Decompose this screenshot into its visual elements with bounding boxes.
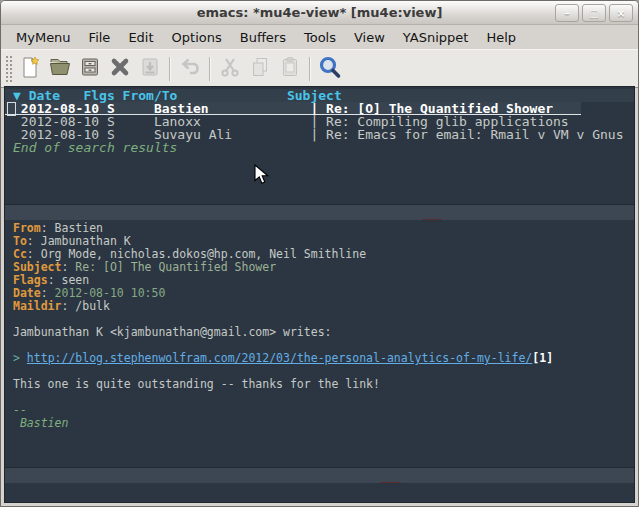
field-value: 2012-08-10 10:50 — [55, 286, 166, 300]
toolbar-drag-handle[interactable] — [4, 54, 12, 84]
close-button[interactable]: × — [609, 4, 633, 22]
field-label: From — [13, 221, 41, 235]
undo-button[interactable] — [175, 54, 205, 84]
hollow-cursor — [7, 102, 16, 116]
field-separator: : — [41, 221, 55, 235]
field-value: /bulk — [75, 299, 110, 313]
body-quote-line: > http://blog.stephenwolfram.com/2012/03… — [5, 352, 634, 365]
save-icon — [78, 55, 102, 83]
mouse-cursor — [254, 164, 270, 186]
field-label: Flags — [13, 273, 48, 287]
emacs-frame-content: ▼ Date Flgs From/To Subject 2012-08-10 S… — [4, 86, 635, 503]
mu4e-view-window: From: Bastien To: Jambunathan K Cc: Org … — [5, 220, 634, 467]
search-icon — [317, 54, 343, 84]
field-value: Bastien — [55, 221, 103, 235]
field-value: Jambunathan K — [41, 234, 131, 248]
field-label: Date — [13, 286, 41, 300]
menubar: MyMenu File Edit Options Buffers Tools V… — [1, 25, 638, 49]
toolbar-separator — [209, 57, 211, 81]
menu-buffers[interactable]: Buffers — [231, 28, 295, 47]
field-value: seen — [61, 273, 89, 287]
clipboard-icon — [278, 55, 302, 83]
menu-options[interactable]: Options — [163, 28, 231, 47]
paste-button[interactable] — [275, 54, 305, 84]
menu-yasnippet[interactable]: YASnippet — [394, 28, 478, 47]
modeline-mu4e-view[interactable]: *mu4e-view* ( 1, 0) [All/372] [mu4e:view… — [5, 467, 634, 483]
titlebar[interactable]: emacs: *mu4e-view* [mu4e:view] – □ × — [1, 1, 638, 25]
emacs-window: emacs: *mu4e-view* [mu4e:view] – □ × MyM… — [0, 0, 639, 507]
field-separator: : — [27, 234, 41, 248]
close-x-icon — [108, 55, 132, 83]
field-separator: : — [27, 247, 41, 261]
field-label: Cc — [13, 247, 27, 261]
signature-name: Bastien — [5, 417, 634, 430]
copy-button[interactable] — [245, 54, 275, 84]
undo-icon — [178, 55, 202, 83]
menu-tools[interactable]: Tools — [295, 28, 345, 47]
maximize-button[interactable]: □ — [582, 4, 606, 22]
body-comment: This one is quite outstanding -- thanks … — [5, 378, 634, 391]
scissors-icon — [218, 55, 242, 83]
new-file-icon — [18, 55, 42, 83]
field-separator: : — [48, 273, 62, 287]
open-folder-icon — [48, 55, 72, 83]
open-folder-button[interactable] — [45, 54, 75, 84]
echo-area[interactable] — [5, 483, 634, 502]
field-separator: : — [61, 299, 75, 313]
field-maildir: Maildir: /bulk — [5, 300, 634, 313]
end-of-search-results-text: End of search results — [5, 141, 634, 154]
save-button[interactable] — [75, 54, 105, 84]
mu4e-headers-window: ▼ Date Flgs From/To Subject 2012-08-10 S… — [5, 87, 634, 204]
toolbar-separator — [169, 57, 171, 81]
search-button[interactable] — [315, 54, 345, 84]
modeline-mu4e-headers[interactable]: *mu4e-headers* ( 1, 0) [All/275] [mu4e-h… — [5, 204, 634, 220]
field-separator: : — [41, 286, 55, 300]
menu-edit[interactable]: Edit — [119, 28, 162, 47]
minimize-button[interactable]: – — [555, 4, 579, 22]
save-as-button[interactable] — [135, 54, 165, 84]
field-label: Subject — [13, 260, 61, 274]
field-label: Maildir — [13, 299, 61, 313]
delete-buffer-button[interactable] — [105, 54, 135, 84]
field-label: To — [13, 234, 27, 248]
field-value: Org Mode, nicholas.dokos@hp.com, Neil Sm… — [41, 247, 366, 261]
menu-view[interactable]: View — [345, 28, 394, 47]
save-as-icon — [138, 55, 162, 83]
blank-line — [5, 391, 634, 404]
field-separator: : — [61, 260, 75, 274]
cut-button[interactable] — [215, 54, 245, 84]
body-link[interactable]: http://blog.stephenwolfram.com/2012/03/t… — [27, 351, 532, 365]
window-controls: – □ × — [555, 4, 633, 22]
menu-help[interactable]: Help — [477, 28, 525, 47]
menu-file[interactable]: File — [80, 28, 120, 47]
quote-prefix: > — [13, 351, 27, 365]
body-greeting: Jambunathan K <kjambunathan@gmail.com> w… — [5, 326, 634, 339]
footnote-marker[interactable]: [1] — [532, 351, 553, 365]
new-file-button[interactable] — [15, 54, 45, 84]
window-title: emacs: *mu4e-view* [mu4e:view] — [197, 5, 443, 20]
field-subject: Subject: Re: [O] The Quantified Shower — [5, 261, 634, 274]
signature-separator: -- — [5, 404, 634, 417]
toolbar — [1, 49, 638, 88]
menu-mymenu[interactable]: MyMenu — [7, 28, 80, 47]
toolbar-separator — [309, 57, 311, 81]
field-value: Re: [O] The Quantified Shower — [75, 260, 276, 274]
copy-icon — [248, 55, 272, 83]
